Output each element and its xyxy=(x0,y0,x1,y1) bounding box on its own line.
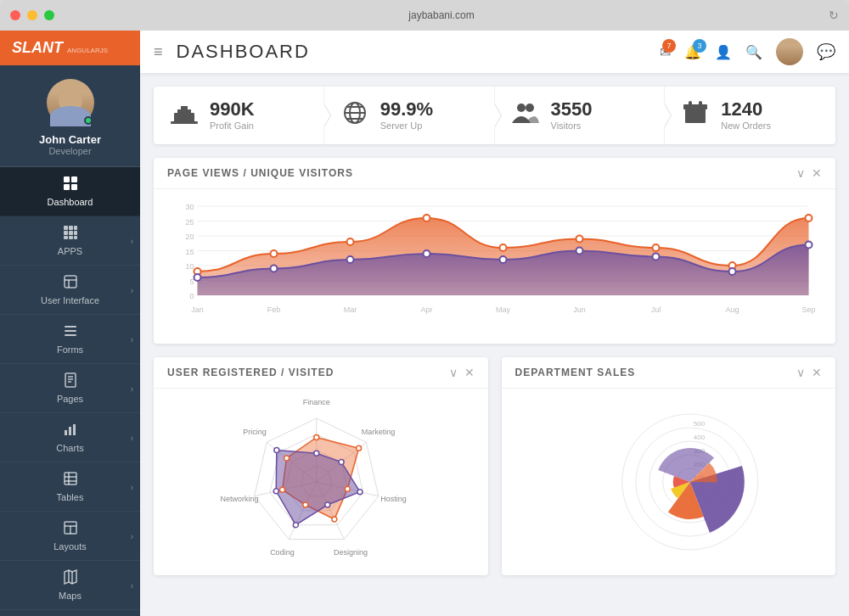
radar-svg: FinanceMarketingHostingDesigningCodingNe… xyxy=(162,397,480,567)
svg-point-112 xyxy=(314,451,319,456)
svg-rect-5 xyxy=(69,226,73,230)
svg-text:10: 10 xyxy=(185,262,194,271)
svg-text:Marketing: Marketing xyxy=(362,428,396,436)
page-title: DASHBOARD xyxy=(177,41,646,63)
pages-nav-label: Pages xyxy=(57,394,83,404)
svg-rect-23 xyxy=(65,430,67,435)
panel-actions: ∨ ✕ xyxy=(796,166,822,180)
collapse-icon[interactable]: ∨ xyxy=(796,166,805,180)
svg-point-106 xyxy=(357,445,362,451)
mail-badge: 7 xyxy=(662,39,676,53)
visitors-stat-info: 3550 Visitors xyxy=(551,100,593,131)
user-name: John Carter xyxy=(39,133,101,146)
pie-panel-actions: ∨ ✕ xyxy=(796,366,822,379)
topbar-avatar[interactable] xyxy=(776,38,803,65)
svg-point-79 xyxy=(806,215,812,221)
svg-point-88 xyxy=(806,242,812,249)
svg-point-49 xyxy=(517,104,526,112)
orders-stat-info: 1240 New Orders xyxy=(721,100,771,131)
topbar: ≡ DASHBOARD ✉ 7 🔔 3 👤 🔍 xyxy=(140,31,849,73)
bell-badge: 3 xyxy=(693,39,706,53)
stat-divider xyxy=(664,104,671,127)
apps-nav-label: APPS xyxy=(58,246,82,256)
svg-rect-43 xyxy=(183,115,186,121)
svg-text:15: 15 xyxy=(185,248,194,256)
svg-rect-17 xyxy=(65,330,76,332)
svg-rect-3 xyxy=(71,184,77,190)
svg-rect-24 xyxy=(69,427,71,435)
svg-rect-52 xyxy=(683,104,707,109)
svg-rect-4 xyxy=(64,226,68,230)
stat-divider xyxy=(494,104,501,127)
svg-point-109 xyxy=(303,502,308,507)
app-container: SLANT ANGULARJS John Carter Developer Da… xyxy=(0,31,849,616)
visitors-stat-value: 3550 xyxy=(551,100,593,119)
svg-point-73 xyxy=(347,238,354,245)
area-chart-svg: 051015202530 JanFebMarAprMayJunJulAugSep xyxy=(167,198,822,333)
svg-rect-25 xyxy=(73,424,76,435)
pie-container: 500400300200100 xyxy=(502,389,836,575)
svg-text:Hosting: Hosting xyxy=(380,495,407,503)
sidebar-item-forms[interactable]: Forms › xyxy=(0,315,140,364)
svg-rect-7 xyxy=(64,231,68,235)
user-icon[interactable]: 👤 xyxy=(715,44,732,60)
chart-row: USER REGISTERED / VISITED ∨ ✕ FinanceMar… xyxy=(154,357,835,575)
sidebar-item-tables[interactable]: Tables › xyxy=(0,462,140,512)
chat-icon[interactable]: 💬 xyxy=(817,42,835,61)
url-bar[interactable]: jaybabani.com xyxy=(112,9,771,21)
svg-rect-6 xyxy=(74,226,77,230)
menu-toggle-icon[interactable]: ≡ xyxy=(154,43,163,61)
server-stat-label: Server Up xyxy=(380,120,433,131)
svg-text:Jul: Jul xyxy=(651,305,661,314)
svg-point-82 xyxy=(347,256,354,263)
sidebar-item-charts[interactable]: Charts › xyxy=(0,413,140,462)
close-button[interactable] xyxy=(10,10,20,20)
profit-stat-value: 990K xyxy=(210,100,255,119)
pie-collapse-icon[interactable]: ∨ xyxy=(796,366,805,379)
sidebar-item-ui[interactable]: User Interface › xyxy=(0,266,140,315)
sidebar-item-pages[interactable]: Pages › xyxy=(0,364,140,413)
sidebar-logo: SLANT ANGULARJS xyxy=(0,31,140,65)
sidebar-item-dashboard[interactable]: Dashboard xyxy=(0,167,140,216)
sidebar-item-maps[interactable]: Maps › xyxy=(0,561,140,610)
svg-rect-16 xyxy=(65,326,76,328)
mail-icon[interactable]: ✉ 7 xyxy=(660,44,671,60)
minimize-button[interactable] xyxy=(27,10,37,20)
sidebar-item-layouts[interactable]: Layouts › xyxy=(0,512,140,561)
svg-text:20: 20 xyxy=(185,232,194,241)
maximize-button[interactable] xyxy=(44,10,54,20)
bell-icon[interactable]: 🔔 3 xyxy=(684,44,701,60)
pie-chart-title: DEPARTMENT SALES xyxy=(515,367,636,378)
sidebar-item-menu[interactable]: Menu Levels › xyxy=(0,610,140,616)
radar-close-icon[interactable]: ✕ xyxy=(464,366,475,379)
charts-nav-icon xyxy=(63,422,78,441)
refresh-icon[interactable]: ↻ xyxy=(829,8,839,22)
stat-card-profit: 990K Profit Gain xyxy=(154,87,324,144)
pie-close-icon[interactable]: ✕ xyxy=(812,366,822,379)
svg-rect-53 xyxy=(689,101,692,108)
ui-nav-label: User Interface xyxy=(41,295,99,305)
svg-text:Designing: Designing xyxy=(334,548,368,557)
svg-rect-51 xyxy=(685,108,706,123)
svg-rect-19 xyxy=(65,373,76,387)
search-icon[interactable]: 🔍 xyxy=(745,44,762,60)
radar-collapse-icon[interactable]: ∨ xyxy=(449,366,458,379)
sidebar-item-apps[interactable]: APPS › xyxy=(0,216,140,266)
svg-rect-54 xyxy=(699,101,702,108)
svg-rect-9 xyxy=(74,231,77,235)
forms-arrow-icon: › xyxy=(131,334,133,344)
svg-rect-56 xyxy=(689,117,699,119)
pie-chart-panel: DEPARTMENT SALES ∨ ✕ 500400300200100 xyxy=(502,357,836,575)
stat-card-visitors: 3550 Visitors xyxy=(495,87,666,144)
ui-arrow-icon: › xyxy=(131,285,133,294)
radar-chart-panel: USER REGISTERED / VISITED ∨ ✕ FinanceMar… xyxy=(154,357,488,575)
svg-text:Finance: Finance xyxy=(303,398,330,406)
server-stat-icon xyxy=(341,101,368,131)
charts-nav-label: Charts xyxy=(56,443,83,453)
visitors-stat-icon xyxy=(512,101,539,131)
area-chart-header: PAGE VIEWS / UNIQUE VISITORS ∨ ✕ xyxy=(154,158,835,189)
svg-text:Sep: Sep xyxy=(801,305,815,314)
svg-point-108 xyxy=(332,517,337,522)
close-panel-icon[interactable]: ✕ xyxy=(812,166,822,180)
svg-point-74 xyxy=(424,215,430,221)
